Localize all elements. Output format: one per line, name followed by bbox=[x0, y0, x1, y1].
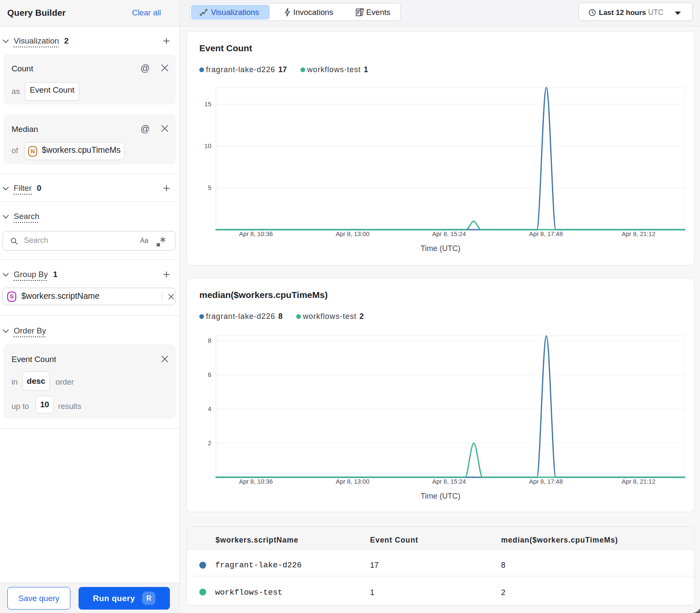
svg-text:Time (UTC): Time (UTC) bbox=[420, 244, 460, 253]
svg-text:8: 8 bbox=[208, 337, 211, 344]
svg-text:Apr 8, 15:24: Apr 8, 15:24 bbox=[432, 231, 466, 237]
svg-text:2: 2 bbox=[208, 440, 211, 447]
svg-text:Apr 8, 17:48: Apr 8, 17:48 bbox=[529, 231, 563, 237]
svg-text:Apr 8, 15:24: Apr 8, 15:24 bbox=[432, 478, 466, 485]
svg-text:6: 6 bbox=[208, 371, 211, 378]
svg-text:10: 10 bbox=[204, 143, 211, 149]
svg-text:Apr 8, 10:36: Apr 8, 10:36 bbox=[239, 478, 273, 485]
svg-text:Time (UTC): Time (UTC) bbox=[420, 492, 460, 500]
svg-text:Apr 8, 10:36: Apr 8, 10:36 bbox=[239, 231, 273, 237]
svg-text:Apr 8, 13:00: Apr 8, 13:00 bbox=[336, 231, 370, 237]
svg-text:15: 15 bbox=[204, 101, 211, 108]
svg-text:Apr 8, 21:12: Apr 8, 21:12 bbox=[622, 231, 656, 237]
svg-text:Apr 8, 17:48: Apr 8, 17:48 bbox=[529, 478, 563, 485]
svg-text:Apr 8, 21:12: Apr 8, 21:12 bbox=[622, 478, 656, 485]
svg-text:4: 4 bbox=[208, 406, 211, 412]
svg-text:5: 5 bbox=[208, 184, 211, 191]
svg-text:Apr 8, 13:00: Apr 8, 13:00 bbox=[336, 478, 370, 485]
